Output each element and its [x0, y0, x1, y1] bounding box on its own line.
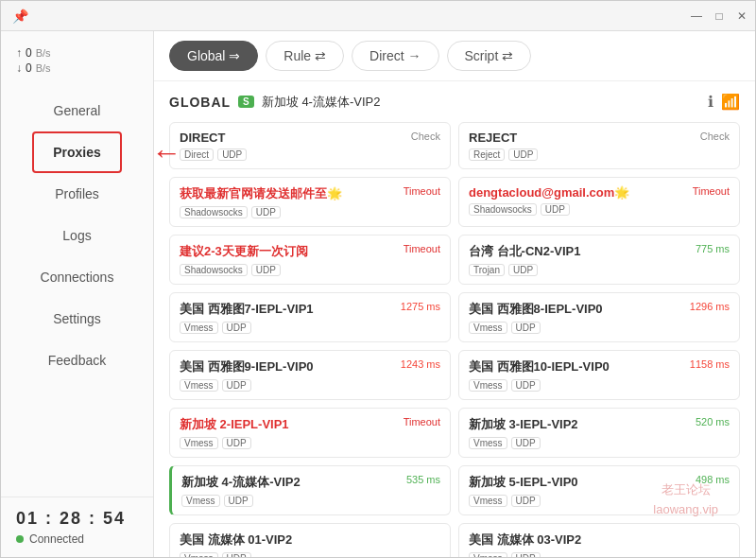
proxy-name-us10: 美国 西雅图10-IEPL-VIP0 — [469, 358, 610, 375]
proxy-name-us8: 美国 西雅图8-IEPL-VIP0 — [469, 301, 603, 318]
minimize-button[interactable]: — — [691, 10, 702, 22]
mode-bar: Global ⇒ Rule ⇄ Direct → Script ⇄ — [154, 31, 755, 81]
sidebar: ↑ 0 B/s ↓ 0 B/s General Proxies ← Profil… — [1, 31, 154, 557]
proxy-tag: UDP — [511, 552, 541, 557]
global-icons: ℹ 📶 — [708, 93, 740, 111]
proxy-latency-ss2: Timeout — [404, 243, 440, 254]
global-header: GLOBAL S 新加坡 4-流媒体-VIP2 ℹ 📶 — [169, 93, 740, 111]
proxy-tag: Vmess — [469, 437, 507, 449]
proxy-tags-us9: VmessUDP — [180, 379, 440, 392]
proxy-tag: UDP — [222, 552, 251, 557]
maximize-button[interactable]: □ — [713, 10, 725, 22]
proxy-latency-us10: 1158 ms — [690, 358, 730, 370]
proxy-tags-ss1: ShadowsocksUDP — [180, 206, 440, 218]
proxy-card-us9[interactable]: 美国 西雅图9-IEPL-VIP01243 msVmessUDP — [169, 350, 451, 400]
proxy-grid: DIRECTCheckDirectUDPREJECTCheckRejectUDP… — [169, 122, 740, 557]
mode-script-button[interactable]: Script ⇄ — [447, 41, 532, 71]
sidebar-item-general[interactable]: General — [1, 90, 153, 131]
sidebar-item-connections[interactable]: Connections — [1, 256, 153, 298]
titlebar: 📌 — □ ✕ — [1, 1, 755, 31]
global-badge: S — [238, 96, 254, 108]
proxy-tag: UDP — [511, 495, 541, 507]
proxy-tag: Trojan — [469, 264, 505, 276]
proxy-card-direct[interactable]: DIRECTCheckDirectUDP — [169, 122, 451, 169]
proxy-tag: UDP — [224, 495, 253, 507]
info-icon[interactable]: ℹ — [708, 93, 713, 111]
proxy-card-sg4[interactable]: 新加坡 4-流媒体-VIP2535 msVmessUDP — [169, 465, 451, 515]
download-value: 0 — [26, 61, 32, 75]
proxy-tag: Vmess — [180, 552, 218, 557]
proxy-tag: Vmess — [180, 437, 218, 449]
mode-rule-button[interactable]: Rule ⇄ — [266, 41, 344, 71]
proxy-tags-us8: VmessUDP — [469, 322, 730, 334]
proxy-latency-sg2: Timeout — [404, 416, 440, 427]
proxy-tags-tw-cn2: TrojanUDP — [469, 264, 730, 276]
proxy-tag: Vmess — [469, 322, 507, 334]
proxy-tags-us7: VmessUDP — [180, 322, 440, 334]
upload-value: 0 — [26, 46, 32, 60]
proxy-tag: Vmess — [469, 552, 507, 557]
proxy-tag: UDP — [222, 322, 251, 334]
download-row: ↓ 0 B/s — [16, 61, 138, 75]
proxy-card-sg2[interactable]: 新加坡 2-IEPL-VIP1TimeoutVmessUDP — [169, 408, 451, 458]
proxy-tag: Shadowsocks — [469, 203, 537, 216]
proxy-latency-us8: 1296 ms — [690, 301, 730, 312]
proxy-card-ss2[interactable]: 建议2-3天更新一次订阅TimeoutShadowsocksUDP — [169, 235, 451, 285]
proxy-tag: Vmess — [180, 322, 218, 334]
content-area[interactable]: GLOBAL S 新加坡 4-流媒体-VIP2 ℹ 📶 DIRECTCheckD… — [154, 81, 755, 557]
sidebar-item-feedback[interactable]: Feedback — [1, 340, 153, 381]
proxy-tag: UDP — [251, 206, 281, 218]
mode-direct-button[interactable]: Direct → — [352, 41, 438, 71]
proxy-tag: UDP — [508, 264, 538, 276]
main-content: Global ⇒ Rule ⇄ Direct → Script ⇄ GLOBAL… — [154, 31, 755, 557]
traffic-info: ↑ 0 B/s ↓ 0 B/s — [1, 39, 153, 82]
proxy-name-gmail: dengtacloud@gmail.com🌟 — [469, 185, 629, 200]
proxy-card-us-media01[interactable]: 美国 流媒体 01-VIP2VmessUDP — [169, 523, 451, 557]
proxy-tag: Reject — [469, 148, 505, 161]
proxy-tags-sg3: VmessUDP — [469, 437, 730, 449]
proxy-card-tw-cn2[interactable]: 台湾 台北-CN2-VIP1775 msTrojanUDP — [458, 235, 740, 285]
proxy-card-ss1[interactable]: 获取最新官网请发送邮件至🌟TimeoutShadowsocksUDP — [169, 177, 451, 227]
sidebar-item-logs[interactable]: Logs — [1, 215, 153, 256]
proxy-tags-sg2: VmessUDP — [180, 437, 440, 449]
proxy-name-us-media01: 美国 流媒体 01-VIP2 — [180, 532, 292, 549]
download-arrow-icon: ↓ — [16, 61, 22, 75]
proxy-card-sg5[interactable]: 新加坡 5-IEPL-VIP0498 msVmessUDP — [458, 465, 740, 515]
sidebar-item-proxies[interactable]: Proxies — [32, 131, 122, 173]
proxy-tags-ss2: ShadowsocksUDP — [180, 264, 440, 276]
proxy-name-us9: 美国 西雅图9-IEPL-VIP0 — [180, 358, 314, 375]
proxy-latency-tw-cn2: 775 ms — [696, 243, 730, 254]
proxy-card-us7[interactable]: 美国 西雅图7-IEPL-VIP11275 msVmessUDP — [169, 292, 451, 342]
proxy-card-sg3[interactable]: 新加坡 3-IEPL-VIP2520 msVmessUDP — [458, 408, 740, 458]
proxy-card-us-media03[interactable]: 美国 流媒体 03-VIP2VmessUDP — [458, 523, 740, 557]
proxy-name-reject: REJECT — [469, 131, 517, 145]
proxy-name-sg3: 新加坡 3-IEPL-VIP2 — [469, 416, 578, 433]
sidebar-nav: General Proxies ← Profiles Logs Connecti… — [1, 90, 153, 497]
proxy-latency-gmail: Timeout — [693, 185, 730, 197]
proxy-tag: UDP — [511, 379, 541, 392]
sidebar-item-profiles[interactable]: Profiles — [1, 173, 153, 215]
status-dot-icon — [16, 535, 24, 543]
proxy-tag: Vmess — [181, 495, 220, 507]
proxy-tag: UDP — [222, 379, 251, 392]
pin-icon: 📌 — [12, 9, 28, 24]
proxy-tags-sg4: VmessUDP — [181, 495, 440, 507]
proxy-tags-sg5: VmessUDP — [469, 495, 730, 507]
proxy-name-sg5: 新加坡 5-IEPL-VIP0 — [469, 474, 578, 491]
proxy-card-us8[interactable]: 美国 西雅图8-IEPL-VIP01296 msVmessUDP — [458, 292, 740, 342]
proxy-tag: Vmess — [469, 379, 507, 392]
proxy-latency-sg4: 535 ms — [406, 474, 440, 485]
proxy-latency-reject: Check — [700, 131, 730, 142]
upload-arrow-icon: ↑ — [16, 46, 22, 60]
proxy-card-reject[interactable]: REJECTCheckRejectUDP — [458, 122, 740, 169]
proxy-tag: UDP — [511, 437, 541, 449]
close-button[interactable]: ✕ — [736, 10, 747, 22]
mode-global-button[interactable]: Global ⇒ — [169, 41, 258, 71]
proxy-tag: Vmess — [469, 495, 507, 507]
sidebar-item-settings[interactable]: Settings — [1, 298, 153, 340]
proxy-card-gmail[interactable]: dengtacloud@gmail.com🌟TimeoutShadowsocks… — [458, 177, 740, 227]
proxy-tag: UDP — [511, 322, 541, 334]
proxy-card-us10[interactable]: 美国 西雅图10-IEPL-VIP01158 msVmessUDP — [458, 350, 740, 400]
global-proxy-name: 新加坡 4-流媒体-VIP2 — [262, 94, 381, 111]
proxy-tag: Direct — [180, 148, 214, 161]
